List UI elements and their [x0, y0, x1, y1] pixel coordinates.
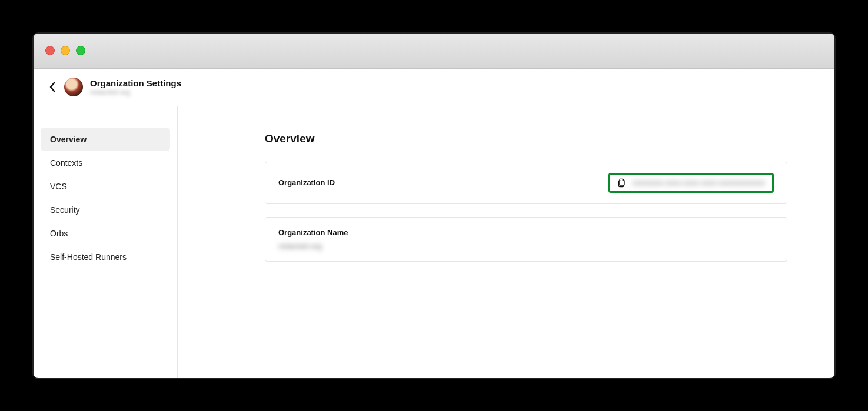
back-button[interactable]: [48, 80, 57, 94]
window-maximize-button[interactable]: [76, 46, 85, 55]
org-id-highlight: xxxxxxxx-xxxx-xxxx-xxxx-xxxxxxxxxxxx: [608, 173, 774, 193]
app-window: Organization Settings redacted-org Overv…: [32, 32, 836, 379]
sidebar-item-label: Contexts: [50, 158, 82, 168]
avatar: [64, 78, 83, 96]
traffic-lights: [45, 46, 85, 55]
page-header: Organization Settings redacted-org: [34, 69, 834, 106]
sidebar-item-label: Orbs: [50, 229, 68, 238]
org-id-card: Organization ID xxxxxxxx-xxxx-xxxx-xxxx-…: [265, 162, 787, 204]
org-id-row: Organization ID xxxxxxxx-xxxx-xxxx-xxxx-…: [278, 173, 774, 193]
sidebar-item-label: Self-Hosted Runners: [50, 252, 127, 262]
org-id-value: xxxxxxxx-xxxx-xxxx-xxxx-xxxxxxxxxxxx: [633, 178, 765, 187]
sidebar-item-label: Overview: [50, 135, 87, 144]
titlebar: [34, 34, 834, 69]
sidebar-item-security[interactable]: Security: [41, 198, 170, 222]
sidebar-item-orbs[interactable]: Orbs: [41, 222, 170, 245]
main-content: Overview Organization ID xxxxxxxx-xxxx-x…: [178, 106, 834, 378]
sidebar-item-overview[interactable]: Overview: [41, 128, 170, 151]
org-id-label: Organization ID: [278, 178, 335, 187]
sidebar-item-label: Security: [50, 205, 80, 215]
sidebar-item-self-hosted-runners[interactable]: Self-Hosted Runners: [41, 245, 170, 269]
sidebar: Overview Contexts VCS Security Orbs Self…: [34, 106, 178, 378]
copy-icon: [617, 178, 627, 188]
section-title: Overview: [265, 132, 787, 145]
header-titles: Organization Settings redacted-org: [90, 78, 181, 96]
org-name-value: redacted-org: [278, 242, 774, 250]
copy-button[interactable]: [617, 178, 627, 188]
org-name-label: Organization Name: [278, 228, 774, 237]
sidebar-item-label: VCS: [50, 182, 67, 191]
org-name-card: Organization Name redacted-org: [265, 217, 787, 262]
page-body: Overview Contexts VCS Security Orbs Self…: [34, 106, 834, 378]
page-title: Organization Settings: [90, 78, 181, 88]
window-minimize-button[interactable]: [61, 46, 70, 55]
sidebar-item-contexts[interactable]: Contexts: [41, 151, 170, 175]
sidebar-item-vcs[interactable]: VCS: [41, 175, 170, 198]
window-close-button[interactable]: [45, 46, 55, 55]
chevron-left-icon: [49, 82, 56, 92]
page-subtitle: redacted-org: [90, 88, 181, 96]
